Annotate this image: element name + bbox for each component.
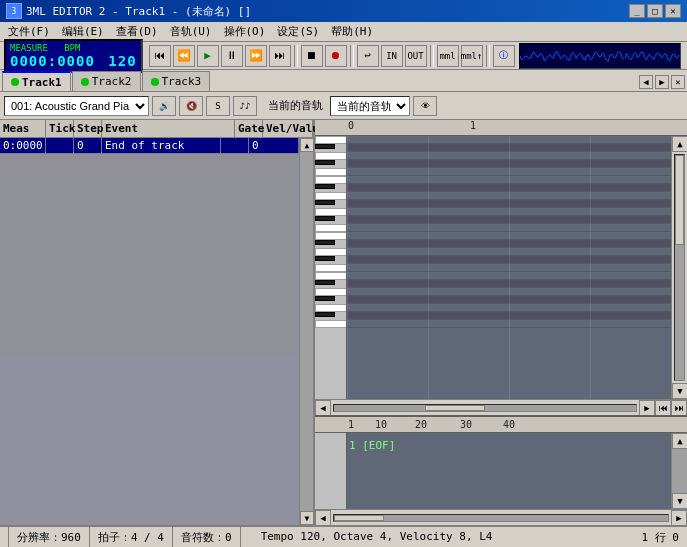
grid-row[interactable] bbox=[347, 248, 671, 256]
piano-key[interactable] bbox=[315, 312, 335, 317]
stop-button[interactable]: ⏹ bbox=[301, 45, 323, 67]
tab-next-button[interactable]: ▶ bbox=[655, 75, 669, 89]
instrument-select[interactable]: 001: Acoustic Grand Pia bbox=[4, 96, 149, 116]
record-button[interactable]: ⏺ bbox=[325, 45, 347, 67]
grid-row[interactable] bbox=[347, 256, 671, 264]
hscroll-thumb[interactable] bbox=[425, 405, 485, 411]
step-fwd-button[interactable]: ⏩ bbox=[245, 45, 267, 67]
solo-button[interactable]: S bbox=[206, 96, 230, 116]
bottom-hscroll-right-button[interactable]: ▶ bbox=[671, 510, 687, 526]
grid-row[interactable] bbox=[347, 288, 671, 296]
grid-row[interactable] bbox=[347, 312, 671, 320]
grid-row[interactable] bbox=[347, 144, 671, 152]
volume-button[interactable]: 🔊 bbox=[152, 96, 176, 116]
bottom-hscroll-left-button[interactable]: ◀ bbox=[315, 510, 331, 526]
table-row[interactable]: 0:0000 0 End of track 0 bbox=[0, 138, 299, 154]
menu-view[interactable]: 查看(D) bbox=[110, 23, 164, 40]
piano-key[interactable] bbox=[315, 144, 335, 149]
grid-row[interactable] bbox=[347, 224, 671, 232]
end-button[interactable]: ⏭ bbox=[269, 45, 291, 67]
piano-roll-grid[interactable] bbox=[347, 136, 671, 399]
pause-button[interactable]: ⏸ bbox=[221, 45, 243, 67]
piano-key[interactable] bbox=[315, 224, 347, 232]
tab-prev-button[interactable]: ◀ bbox=[639, 75, 653, 89]
piano-key[interactable] bbox=[315, 248, 347, 256]
menu-help[interactable]: 帮助(H) bbox=[325, 23, 379, 40]
track-select[interactable]: 当前的音轨 bbox=[330, 96, 410, 116]
tab-track2[interactable]: Track2 bbox=[72, 71, 141, 91]
piano-key[interactable] bbox=[315, 320, 347, 328]
piano-key[interactable] bbox=[315, 136, 347, 144]
piano-key[interactable] bbox=[315, 256, 335, 261]
grid-row[interactable] bbox=[347, 200, 671, 208]
grid-row[interactable] bbox=[347, 184, 671, 192]
tool-btn1[interactable]: IN bbox=[381, 45, 403, 67]
info-button[interactable]: ⓘ bbox=[493, 45, 515, 67]
hscroll-right-button[interactable]: ▶ bbox=[639, 400, 655, 416]
maximize-button[interactable]: □ bbox=[647, 4, 663, 18]
piano-key[interactable] bbox=[315, 200, 335, 205]
loop-button[interactable]: ↩ bbox=[357, 45, 379, 67]
grid-row[interactable] bbox=[347, 208, 671, 216]
lp-scroll-up-button[interactable]: ▲ bbox=[300, 138, 313, 152]
piano-key[interactable] bbox=[315, 264, 347, 272]
piano-key[interactable] bbox=[315, 152, 347, 160]
vscroll-up-button[interactable]: ▲ bbox=[672, 136, 687, 152]
tab-track1[interactable]: Track1 bbox=[2, 71, 71, 91]
vscroll-track[interactable] bbox=[674, 154, 685, 381]
grid-row[interactable] bbox=[347, 320, 671, 328]
piano-key[interactable] bbox=[315, 304, 347, 312]
grid-row[interactable] bbox=[347, 176, 671, 184]
hscroll-track[interactable] bbox=[333, 404, 637, 412]
menu-track[interactable]: 音轨(U) bbox=[164, 23, 218, 40]
vscroll-down-button[interactable]: ▼ bbox=[672, 383, 687, 399]
bottom-hscroll-track[interactable] bbox=[333, 514, 669, 522]
piano-key[interactable] bbox=[315, 168, 347, 176]
mute-button[interactable]: 🔇 bbox=[179, 96, 203, 116]
track-view-button[interactable]: 👁 bbox=[413, 96, 437, 116]
lp-scroll-down-button[interactable]: ▼ bbox=[300, 511, 313, 525]
piano-key[interactable] bbox=[315, 176, 347, 184]
bottom-grid[interactable]: 1 [EOF] bbox=[347, 433, 671, 509]
piano-key[interactable] bbox=[315, 232, 347, 240]
grid-row[interactable] bbox=[347, 216, 671, 224]
close-button[interactable]: ✕ bbox=[665, 4, 681, 18]
chord-button[interactable]: ♪♪ bbox=[233, 96, 257, 116]
bottom-vscroll-down-button[interactable]: ▼ bbox=[672, 493, 687, 509]
piano-key[interactable] bbox=[315, 184, 335, 189]
grid-row[interactable] bbox=[347, 152, 671, 160]
piano-key[interactable] bbox=[315, 288, 347, 296]
grid-row[interactable] bbox=[347, 232, 671, 240]
piano-key[interactable] bbox=[315, 160, 335, 165]
piano-key[interactable] bbox=[315, 216, 335, 221]
piano-key[interactable] bbox=[315, 280, 335, 285]
minimize-button[interactable]: _ bbox=[629, 4, 645, 18]
bottom-hscroll-thumb[interactable] bbox=[334, 515, 384, 521]
vscroll-thumb[interactable] bbox=[675, 155, 684, 245]
grid-row[interactable] bbox=[347, 168, 671, 176]
rewind-button[interactable]: ⏮ bbox=[149, 45, 171, 67]
menu-settings[interactable]: 设定(S) bbox=[271, 23, 325, 40]
tab-close-button[interactable]: ✕ bbox=[671, 75, 685, 89]
grid-row[interactable] bbox=[347, 240, 671, 248]
grid-row[interactable] bbox=[347, 264, 671, 272]
grid-row[interactable] bbox=[347, 304, 671, 312]
menu-operation[interactable]: 操作(O) bbox=[218, 23, 272, 40]
tool-btn4[interactable]: mml↑ bbox=[461, 45, 483, 67]
piano-key[interactable] bbox=[315, 296, 335, 301]
step-back-button[interactable]: ⏪ bbox=[173, 45, 195, 67]
hscroll-next-button[interactable]: ⏭ bbox=[671, 400, 687, 416]
tool-btn2[interactable]: OUT bbox=[405, 45, 427, 67]
grid-row[interactable] bbox=[347, 296, 671, 304]
grid-row[interactable] bbox=[347, 280, 671, 288]
bottom-vscroll-up-button[interactable]: ▲ bbox=[672, 433, 687, 449]
play-button[interactable]: ▶ bbox=[197, 45, 219, 67]
grid-row[interactable] bbox=[347, 136, 671, 144]
grid-row[interactable] bbox=[347, 160, 671, 168]
hscroll-left-button[interactable]: ◀ bbox=[315, 400, 331, 416]
grid-row[interactable] bbox=[347, 192, 671, 200]
hscroll-prev-button[interactable]: ⏮ bbox=[655, 400, 671, 416]
bottom-vscroll-track[interactable] bbox=[672, 449, 687, 493]
menu-file[interactable]: 文件(F) bbox=[2, 23, 56, 40]
lp-scroll-track[interactable] bbox=[300, 152, 313, 511]
